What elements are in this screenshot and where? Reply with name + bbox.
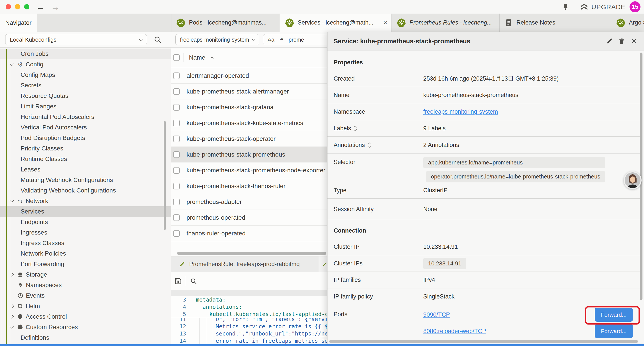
- sidebar-item-validating-webhook-configurations[interactable]: Validating Webhook Configurations: [0, 185, 171, 196]
- minimize-traffic-light[interactable]: [15, 4, 20, 9]
- service-row[interactable]: kube-prometheus-stack-thanos-ruler: [171, 178, 327, 194]
- sidebar-item-vertical-pod-autoscalers[interactable]: Vertical Pod Autoscalers: [0, 122, 171, 133]
- namespace-link[interactable]: freeleaps-monitoring-system: [423, 108, 498, 115]
- assistant-avatar[interactable]: [624, 171, 642, 189]
- property-row-namespace: Namespace freeleaps-monitoring-system: [328, 103, 640, 120]
- tab-label: Release Notes: [516, 19, 555, 26]
- notification-count-badge[interactable]: 15: [630, 1, 640, 12]
- sidebar-item-endpoints[interactable]: Endpoints: [0, 217, 171, 227]
- port-9090-link[interactable]: 9090/TCP: [423, 311, 450, 318]
- namespace-dropdown[interactable]: freeleaps-monitoring-system: [175, 34, 259, 45]
- tab-prometheusrule-editor[interactable]: PrometheusRule: freeleaps-prod-rabbitmq: [171, 256, 319, 272]
- sidebar-scrollbar[interactable]: [164, 121, 166, 230]
- expand-collapse-icons[interactable]: [368, 142, 370, 148]
- sidebar-item-priority-classes[interactable]: Priority Classes: [0, 143, 171, 154]
- sidebar-item-horizontal-pod-autoscalers[interactable]: Horizontal Pod Autoscalers: [0, 112, 171, 122]
- sidebar-search-icon[interactable]: [154, 35, 162, 44]
- sidebar-item-network-policies[interactable]: Network Policies: [0, 248, 171, 259]
- chevron-down-icon: [10, 61, 14, 66]
- regex-toggle[interactable]: ▪*: [280, 36, 284, 43]
- tab-services[interactable]: Services - icecheng@math... ×: [280, 13, 392, 32]
- service-row[interactable]: kube-prometheus-stack-kube-state-metrics: [171, 115, 327, 131]
- kubeconfig-dropdown[interactable]: Local Kubeconfigs: [5, 34, 147, 45]
- row-checkbox[interactable]: [173, 151, 180, 158]
- service-row[interactable]: alertmanager-operated: [171, 68, 327, 84]
- sidebar-item-events[interactable]: Events: [0, 290, 171, 301]
- service-row[interactable]: kube-prometheus-stack-grafana: [171, 99, 327, 115]
- service-row[interactable]: thanos-ruler-operated: [171, 226, 327, 241]
- service-row[interactable]: prometheus-operated: [171, 210, 327, 226]
- upgrade-label[interactable]: UPGRADE: [592, 3, 625, 11]
- save-icon[interactable]: [174, 277, 182, 285]
- list-horizontal-scrollbar[interactable]: [177, 252, 326, 255]
- sidebar-item-resource-quotas[interactable]: Resource Quotas: [0, 91, 171, 101]
- sidebar-item-services[interactable]: Services: [0, 206, 171, 217]
- sidebar-item-mutating-webhook-configurations[interactable]: Mutating Webhook Configurations: [0, 175, 171, 185]
- service-row[interactable]: prometheus-adapter: [171, 194, 327, 210]
- select-all-checkbox[interactable]: [173, 54, 180, 61]
- tab-navigator[interactable]: Navigator: [0, 13, 37, 32]
- close-tab-icon[interactable]: ×: [383, 18, 388, 27]
- sidebar-item-namespaces[interactable]: Namespaces: [0, 280, 171, 290]
- network-updown-icon: ↑↓: [16, 198, 24, 204]
- row-checkbox[interactable]: [173, 230, 180, 237]
- row-checkbox[interactable]: [173, 199, 180, 205]
- yaml-editor[interactable]: 3metadata: 4annotations: 5kubectl.kubern…: [171, 296, 327, 345]
- sidebar-item-network[interactable]: ↑↓Network: [0, 196, 171, 206]
- tab-pods[interactable]: Pods - icecheng@mathmas...: [171, 13, 280, 32]
- sidebar-item-access-control[interactable]: Access Control: [0, 311, 171, 322]
- sidebar-item-port-forwarding[interactable]: Port Forwarding: [0, 259, 171, 269]
- sidebar-item-storage[interactable]: Storage: [0, 269, 171, 280]
- runbook-url-link[interactable]: https://net: [295, 331, 327, 337]
- edit-pencil-icon: [179, 261, 185, 268]
- row-checkbox[interactable]: [173, 214, 180, 221]
- row-checkbox[interactable]: [173, 167, 180, 174]
- sidebar-item-helm[interactable]: Helm: [0, 301, 171, 311]
- row-checkbox[interactable]: [173, 72, 180, 79]
- service-row[interactable]: kube-prometheus-stack-alertmanager: [171, 84, 327, 99]
- editor-search-icon[interactable]: [190, 278, 197, 285]
- sidebar-item-config-maps[interactable]: Config Maps: [0, 70, 171, 80]
- tab-release-notes[interactable]: Release Notes: [500, 13, 611, 32]
- port-8080-link[interactable]: 8080:reloader-web/TCP: [423, 328, 486, 335]
- sidebar-item-config[interactable]: ⚙Config: [0, 59, 171, 70]
- tab-label: Services - icecheng@math...: [298, 19, 374, 26]
- sidebar-item-ingress-classes[interactable]: Ingress Classes: [0, 238, 171, 248]
- sidebar-item-cron-jobs[interactable]: Cron Jobs: [0, 49, 171, 59]
- row-checkbox[interactable]: [173, 88, 180, 95]
- sidebar-item-limit-ranges[interactable]: Limit Ranges: [0, 101, 171, 112]
- tab-prometheus-rules[interactable]: Prometheus Rules - icecheng...: [392, 13, 500, 32]
- sidebar-item-definitions[interactable]: Definitions: [0, 333, 171, 343]
- upgrade-chevrons-icon[interactable]: [580, 3, 588, 11]
- row-checkbox[interactable]: [173, 104, 180, 111]
- row-checkbox[interactable]: [173, 120, 180, 126]
- forward-button-8080[interactable]: Forward...: [595, 324, 633, 338]
- panel-horizontal-scrollbar[interactable]: [329, 340, 638, 343]
- sidebar-item-pod-disruption-budgets[interactable]: Pod Disruption Budgets: [0, 133, 171, 143]
- sidebar-item-leases[interactable]: Leases: [0, 164, 171, 175]
- match-case-toggle[interactable]: Aa: [268, 36, 274, 43]
- tab-editor-partial[interactable]: [319, 256, 327, 272]
- service-row[interactable]: kube-prometheus-stack-prometheus-node-ex…: [171, 162, 327, 178]
- edit-pencil-icon[interactable]: [603, 35, 616, 47]
- close-traffic-light[interactable]: [6, 4, 11, 9]
- column-header-name[interactable]: Name: [189, 54, 206, 61]
- helm-wheel-icon: [16, 303, 24, 309]
- service-row-selected[interactable]: kube-prometheus-stack-prometheus: [171, 147, 327, 162]
- expand-collapse-icons[interactable]: [354, 125, 356, 131]
- back-arrow-icon[interactable]: ←: [36, 2, 45, 12]
- sidebar-item-secrets[interactable]: Secrets: [0, 80, 171, 91]
- sidebar-item-ingresses[interactable]: Ingresses: [0, 227, 171, 238]
- notifications-bell-icon[interactable]: [562, 3, 569, 10]
- service-row[interactable]: kube-prometheus-stack-operator: [171, 131, 327, 147]
- delete-trash-icon[interactable]: [616, 35, 628, 47]
- sidebar-item-runtime-classes[interactable]: Runtime Classes: [0, 154, 171, 164]
- panel-title: Service: kube-prometheus-stack-prometheu…: [334, 38, 470, 45]
- sidebar-item-custom-resources[interactable]: Custom Resources: [0, 322, 171, 333]
- tab-argo[interactable]: Argo Se: [611, 13, 644, 32]
- row-checkbox[interactable]: [173, 183, 180, 189]
- row-checkbox[interactable]: [173, 136, 180, 142]
- close-panel-icon[interactable]: ×: [628, 35, 640, 47]
- forward-arrow-icon[interactable]: →: [51, 2, 60, 12]
- maximize-traffic-light[interactable]: [24, 4, 29, 9]
